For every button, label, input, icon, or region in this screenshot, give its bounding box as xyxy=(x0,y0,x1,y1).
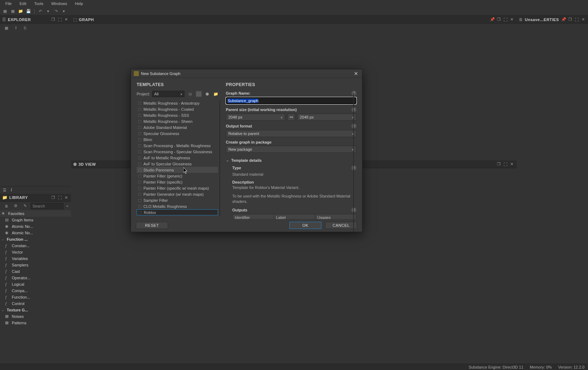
panel-max-icon[interactable]: ⛶ xyxy=(502,161,508,167)
save-icon[interactable]: 💾 xyxy=(25,8,32,15)
menu-edit[interactable]: Edit xyxy=(16,1,30,6)
template-item[interactable]: ⬚Scan Processing - Specular Glossiness xyxy=(137,149,218,155)
info-icon[interactable]: i xyxy=(351,165,356,170)
tree-icon[interactable]: ☰ xyxy=(3,188,6,192)
tree-item[interactable]: ▤Graph Items xyxy=(0,217,71,223)
output-format-dropdown[interactable]: Relative to parent xyxy=(226,130,356,137)
info-icon[interactable]: i xyxy=(11,187,12,193)
close-icon[interactable]: ✕ xyxy=(353,71,359,76)
template-item[interactable]: ⬚Studio Panorama xyxy=(137,167,218,173)
import-icon[interactable]: ⇪ xyxy=(13,25,19,31)
menu-windows[interactable]: Windows xyxy=(47,1,71,6)
redo-icon[interactable]: ↷ xyxy=(53,8,59,15)
template-item[interactable]: ⬚AxF to Metallic Roughness xyxy=(137,155,218,161)
brush-icon[interactable]: ✎ xyxy=(22,203,28,209)
template-item[interactable]: ⬚Painter Filter (specific) xyxy=(137,179,218,185)
template-item[interactable]: ⬚Metallic Roughness - Anisotropy xyxy=(137,100,218,106)
undo-icon[interactable]: ↶ xyxy=(37,8,44,15)
redo-dd-icon[interactable]: ▾ xyxy=(61,8,67,15)
tree-function-nodes[interactable]: ⌄Function ... xyxy=(0,236,71,242)
panel-restore-icon[interactable]: ❐ xyxy=(496,161,502,167)
close-icon[interactable]: ✕ xyxy=(63,17,69,22)
width-dropdown[interactable]: 2048 px xyxy=(226,114,285,121)
info-icon[interactable]: i xyxy=(351,124,356,129)
undo-dd-icon[interactable]: ▾ xyxy=(45,8,51,15)
cancel-button[interactable]: CANCEL xyxy=(325,222,357,229)
template-item[interactable]: ⬚Adobe Standard Material xyxy=(137,124,218,130)
panel-max-icon[interactable]: ⛶ xyxy=(57,195,62,200)
close-icon[interactable]: ✕ xyxy=(509,161,514,167)
folder-icon[interactable]: 📁 xyxy=(213,91,219,97)
panel-max-icon[interactable]: ⛶ xyxy=(57,17,62,22)
close-icon[interactable]: ✕ xyxy=(509,17,514,22)
tree-item[interactable]: ▦Noises xyxy=(0,313,71,320)
tree-item[interactable]: ƒSamplers xyxy=(0,262,71,268)
tree-item[interactable]: ƒConstan... xyxy=(0,242,71,249)
cube-icon[interactable]: ⬢ xyxy=(204,91,210,97)
panel-restore-icon[interactable]: ❐ xyxy=(496,17,502,22)
template-item[interactable]: ⬚Roblox xyxy=(137,209,218,215)
menu-file[interactable]: File xyxy=(2,1,15,6)
panel-restore-icon[interactable]: ❐ xyxy=(50,17,56,22)
tree-item[interactable]: ƒCast xyxy=(0,268,71,275)
panel-max-icon[interactable]: ⛶ xyxy=(502,17,508,22)
create-in-dropdown[interactable]: New package xyxy=(226,146,356,153)
tree-item[interactable]: ƒCompa... xyxy=(0,288,71,294)
template-item[interactable]: ⬚Metallic Roughness - Sheen xyxy=(137,118,218,124)
panel-restore-icon[interactable]: ❐ xyxy=(567,17,573,22)
menu-help[interactable]: Help xyxy=(71,1,87,6)
nodes-icon[interactable]: ⬚ xyxy=(196,91,202,97)
project-dropdown[interactable]: All xyxy=(152,91,184,97)
template-item[interactable]: ⬚Metallic Roughness - Coated xyxy=(137,106,218,112)
tree-item[interactable]: ƒVariables xyxy=(0,255,71,262)
info-icon[interactable]: i xyxy=(351,91,356,96)
close-icon[interactable]: ✕ xyxy=(63,195,69,200)
tree-item[interactable]: ◉Atomic No... xyxy=(0,223,71,230)
tree-item[interactable]: ◉Atomic No... xyxy=(0,230,71,236)
tree-item[interactable]: ƒLogical xyxy=(0,281,71,288)
template-item[interactable]: ⬚CLO Metallic Roughness xyxy=(137,203,218,209)
file-icon[interactable]: 🗎 xyxy=(4,203,9,209)
tree-texture-gen[interactable]: ⌄Texture G... xyxy=(0,307,71,313)
info-icon[interactable]: i xyxy=(351,208,356,212)
tree-item[interactable]: ▦Patterns xyxy=(0,320,71,326)
open-icon[interactable]: 📁 xyxy=(17,8,24,15)
panel-max-icon[interactable]: ⛶ xyxy=(574,17,579,22)
reset-button[interactable]: RESET xyxy=(136,222,168,229)
tree-item[interactable]: ƒOperator... xyxy=(0,275,71,281)
template-item[interactable]: ⬚Metallic Roughness - SSS xyxy=(137,112,218,118)
tree-favorites[interactable]: ★ Favorites xyxy=(0,210,71,217)
template-item[interactable]: ⬚Sampler Filter xyxy=(137,197,218,203)
link-icon[interactable]: ⎘ xyxy=(22,25,28,31)
template-item[interactable]: ⬚Blinn xyxy=(137,136,218,142)
template-item[interactable]: ⬚Painter Generator (w/ mesh maps) xyxy=(137,191,218,197)
template-item[interactable]: ⬚Painter Filter (generic) xyxy=(137,173,218,179)
link-icon[interactable]: ⚯ xyxy=(287,114,295,121)
pin-icon[interactable]: 📌 xyxy=(561,17,567,22)
new-pkg-icon[interactable]: ▦ xyxy=(4,25,9,31)
ok-button[interactable]: OK xyxy=(289,222,321,229)
tree-item[interactable]: ƒControl xyxy=(0,300,71,307)
new-linked-icon[interactable]: ▦ xyxy=(10,8,16,15)
template-item[interactable]: ⬚Painter Filter (specific w/ mesh maps) xyxy=(137,185,218,191)
search-input[interactable]: Search xyxy=(31,203,64,209)
graph-name-input[interactable] xyxy=(226,97,356,104)
menu-tools[interactable]: Tools xyxy=(31,1,47,6)
filter-icon[interactable]: ⚙ xyxy=(13,203,19,209)
info-icon[interactable]: i xyxy=(351,107,356,112)
search-go-icon[interactable]: » xyxy=(66,204,68,208)
template-item[interactable]: ⬚Scan Processing - Metallic Roughness xyxy=(137,142,218,149)
recent-icon[interactable]: ◷ xyxy=(187,91,193,97)
height-dropdown[interactable]: 2048 px xyxy=(297,114,356,121)
template-item[interactable]: ⬚Specular Glossiness xyxy=(137,130,218,136)
close-icon[interactable]: ✕ xyxy=(580,17,586,22)
new-icon[interactable]: ▦ xyxy=(2,8,8,15)
dialog-titlebar[interactable]: New Substance Graph ✕ xyxy=(131,69,362,78)
tree-item[interactable]: ƒFunction... xyxy=(0,294,71,300)
template-item[interactable]: ⬚AxF to Specular Glossiness xyxy=(137,161,218,167)
panel-restore-icon[interactable]: ❐ xyxy=(50,195,56,200)
pin-icon[interactable]: 📌 xyxy=(490,17,495,22)
template-details-toggle[interactable]: ⌄ Template details xyxy=(226,158,356,162)
templates-list[interactable]: ⬚Metallic Roughness - Anisotropy⬚Metalli… xyxy=(137,100,220,216)
tree-item[interactable]: ƒVector xyxy=(0,249,71,255)
